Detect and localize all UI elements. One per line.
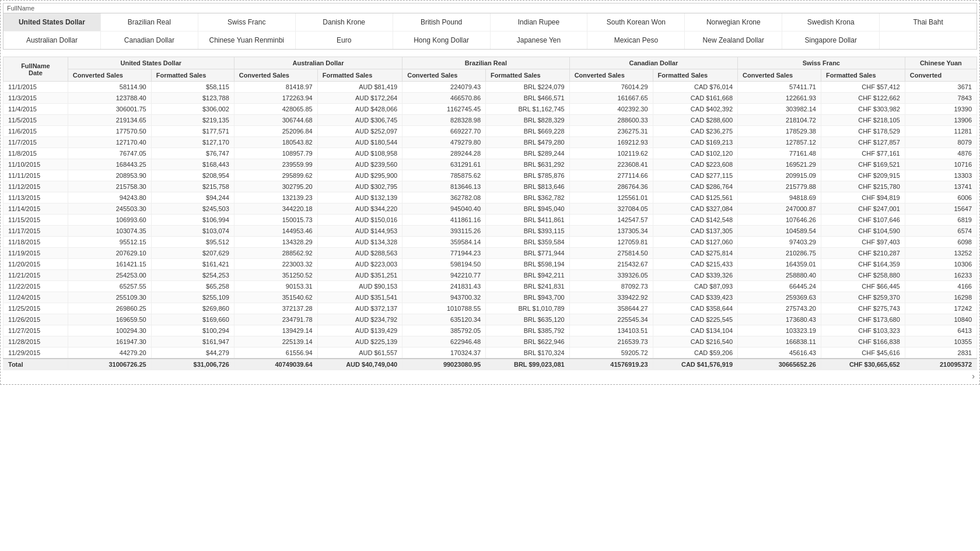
currency-cell-inr[interactable]: Indian Rupee <box>491 13 588 31</box>
cell-cad-f: CAD $286,764 <box>653 181 737 192</box>
cell-date: 11/19/2015 <box>4 248 68 259</box>
cell-aud-f: AUD $239,560 <box>317 159 402 170</box>
cell-cad-c: 216539.73 <box>569 336 653 348</box>
cell-chf-c: 303982.14 <box>738 104 821 115</box>
col-subheader-cad-f: Formatted Sales <box>653 69 737 82</box>
currency-cell-krw[interactable]: South Korean Won <box>587 13 685 31</box>
cell-usd-f: $207,629 <box>151 248 234 259</box>
currency-cell-mxn[interactable]: Mexican Peso <box>587 31 685 49</box>
cell-date: 11/4/2015 <box>4 104 68 115</box>
cell-aud-c: 134328.29 <box>234 237 317 248</box>
currency-row-1: United States Dollar Brazilian Real Swis… <box>4 13 977 31</box>
cell-cny-c: 13303 <box>905 170 977 181</box>
table-row: 11/10/2015 168443.25 $168,443 239559.99 … <box>4 159 977 170</box>
cell-chf-f: CHF $77,161 <box>821 148 905 159</box>
cell-aud-c: 132139.23 <box>234 192 317 203</box>
cell-chf-c: 122661.93 <box>738 93 821 104</box>
currency-cell-jpy[interactable]: Japanese Yen <box>491 31 588 49</box>
currency-cell-cny[interactable]: Chinese Yuan Renminbi <box>198 31 296 49</box>
cell-aud-f: AUD $351,251 <box>317 270 402 281</box>
data-table-wrapper[interactable]: FullNameDate United States Dollar Austra… <box>3 57 977 370</box>
cell-aud-c: 108957.79 <box>234 148 317 159</box>
cell-cad-c: 87092.73 <box>569 281 653 292</box>
cell-cad-c: 134103.51 <box>569 325 653 336</box>
scroll-right-icon: › <box>972 371 975 381</box>
cell-brl-f: BRL $359,584 <box>486 237 570 248</box>
currency-cell-aud[interactable]: Australian Dollar <box>4 31 101 49</box>
cell-brl-c: 942210.77 <box>402 270 486 281</box>
table-row: 11/13/2015 94243.80 $94,244 132139.23 AU… <box>4 192 977 203</box>
cell-aud-f: AUD $81,419 <box>317 82 402 93</box>
cell-cad-c: 215432.67 <box>569 259 653 270</box>
table-row: 11/22/2015 65257.55 $65,258 90153.31 AUD… <box>4 281 977 292</box>
cell-brl-f: BRL $479,280 <box>486 137 570 148</box>
table-row: 11/19/2015 207629.10 $207,629 288562.92 … <box>4 248 977 259</box>
table-body: 11/1/2015 58114.90 $58,115 81418.97 AUD … <box>4 82 977 370</box>
cell-date: 11/26/2015 <box>4 314 68 325</box>
cell-chf-f: CHF $66,445 <box>821 281 905 292</box>
currency-cell-chf[interactable]: Swiss Franc <box>198 13 296 31</box>
cell-chf-c: 57411.71 <box>738 82 821 93</box>
cell-aud-f: AUD $223,003 <box>317 259 402 270</box>
cell-cad-f: CAD $402,392 <box>653 104 737 115</box>
cell-aud-c: 223003.32 <box>234 259 317 270</box>
col-subheader-brl-f: Formatted Sales <box>486 69 570 82</box>
cell-usd-f: $161,947 <box>151 336 234 348</box>
cell-chf-c: 169521.29 <box>738 159 821 170</box>
cell-aud-c: 288562.92 <box>234 248 317 259</box>
cell-cad-f: CAD $87,093 <box>653 281 737 292</box>
table-row: 11/5/2015 219134.65 $219,135 306744.68 A… <box>4 115 977 126</box>
cell-usd-f: $254,253 <box>151 270 234 281</box>
cell-aud-f: AUD $172,264 <box>317 93 402 104</box>
currency-cell-thb[interactable]: Thai Baht <box>880 13 977 31</box>
cell-date: 11/13/2015 <box>4 192 68 203</box>
cell-aud-f: AUD $150,016 <box>317 215 402 226</box>
cell-cad-c: 223608.41 <box>569 159 653 170</box>
cell-aud-f: AUD $180,544 <box>317 137 402 148</box>
currency-cell-sgd[interactable]: Singapore Dollar <box>782 31 880 49</box>
cell-cad-c: 277114.66 <box>569 170 653 181</box>
table-row: 11/3/2015 123788.40 $123,788 172263.94 A… <box>4 93 977 104</box>
col-subheader-aud-f: Formatted Sales <box>317 69 402 82</box>
cell-chf-c: 66445.24 <box>738 281 821 292</box>
currency-cell-gbp[interactable]: British Pound <box>393 13 491 31</box>
cell-usd-c: 103074.35 <box>68 226 151 237</box>
cell-chf-c: 258880.40 <box>738 270 821 281</box>
cell-brl-c: 943700.32 <box>402 292 486 303</box>
cell-cad-f: CAD $223,608 <box>653 159 737 170</box>
currency-cell-usd[interactable]: United States Dollar <box>4 13 101 31</box>
cell-cad-c: 225545.34 <box>569 314 653 325</box>
currency-cell-cad[interactable]: Canadian Dollar <box>101 31 198 49</box>
cell-cad-f: CAD $127,060 <box>653 237 737 248</box>
cell-cad-c: 275814.50 <box>569 248 653 259</box>
cell-total-brl-c: 99023080.95 <box>402 359 486 370</box>
cell-usd-c: 76747.05 <box>68 148 151 159</box>
cell-cny-c: 8079 <box>905 137 977 148</box>
cell-cny-c: 13741 <box>905 181 977 192</box>
currency-cell-hkd[interactable]: Hong Kong Dollar <box>393 31 491 49</box>
currency-cell-nok[interactable]: Norwegian Krone <box>685 13 782 31</box>
cell-usd-c: 306001.75 <box>68 104 151 115</box>
cell-cad-f: CAD $215,433 <box>653 259 737 270</box>
cell-usd-f: $161,421 <box>151 259 234 270</box>
cell-aud-c: 252096.84 <box>234 126 317 137</box>
cell-chf-c: 173680.43 <box>738 314 821 325</box>
currency-cell-nzd[interactable]: New Zealand Dollar <box>685 31 782 49</box>
cell-usd-c: 269860.25 <box>68 303 151 314</box>
cell-brl-f: BRL $943,700 <box>486 292 570 303</box>
currency-cell-eur[interactable]: Euro <box>296 31 393 49</box>
cell-aud-f: AUD $61,557 <box>317 348 402 359</box>
cell-date: 11/28/2015 <box>4 336 68 348</box>
cell-brl-f: BRL $466,571 <box>486 93 570 104</box>
currency-cell-sek[interactable]: Swedish Krona <box>782 13 880 31</box>
cell-brl-f: BRL $598,194 <box>486 259 570 270</box>
cell-aud-f: AUD $306,745 <box>317 115 402 126</box>
currency-cell-brl[interactable]: Brazilian Real <box>101 13 198 31</box>
cell-brl-f: BRL $942,211 <box>486 270 570 281</box>
cell-chf-f: CHF $169,521 <box>821 159 905 170</box>
cell-brl-f: BRL $669,228 <box>486 126 570 137</box>
cell-cad-f: CAD $339,423 <box>653 292 737 303</box>
cell-usd-f: $123,788 <box>151 93 234 104</box>
cell-brl-c: 241831.43 <box>402 281 486 292</box>
currency-cell-dkk[interactable]: Danish Krone <box>296 13 393 31</box>
